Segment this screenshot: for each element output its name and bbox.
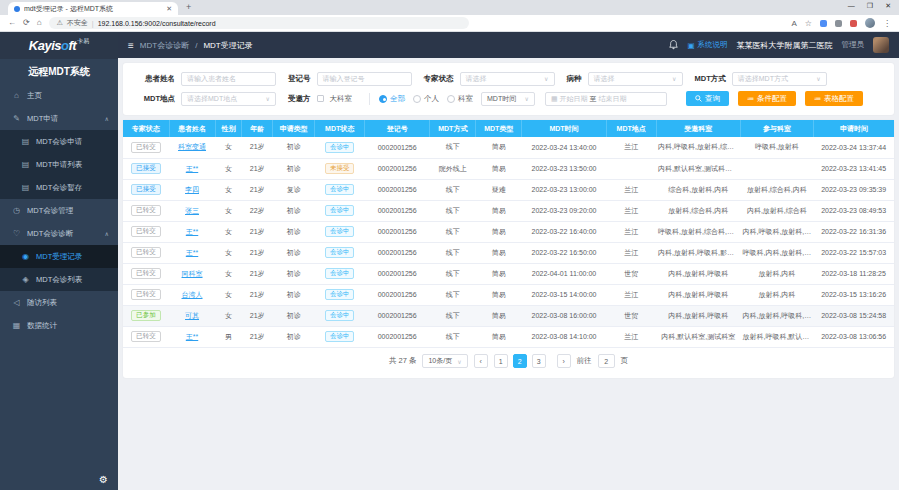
reg-no-cell: 0002001256	[365, 263, 430, 284]
read-aloud-icon[interactable]: A	[791, 19, 796, 28]
patient-name-link[interactable]: 台湾人	[182, 291, 203, 298]
doc-icon: ▣	[687, 41, 694, 50]
apply-type-cell: 初诊	[273, 263, 315, 284]
window-close-button[interactable]: ✕	[885, 2, 891, 10]
date-range-picker[interactable]: ▦ 开始日期 至 结束日期	[545, 92, 667, 106]
table-row: 已转交王**女21岁初诊会诊中0002001256线下简易2022-03-22 …	[123, 221, 894, 242]
patient-name-link[interactable]: 可其	[185, 312, 199, 319]
chevron-up-icon: ∧	[105, 230, 109, 237]
apply-type-cell: 复诊	[273, 179, 315, 200]
system-help-link[interactable]: ▣ 系统说明	[687, 40, 727, 50]
chevron-down-icon: ∨	[266, 95, 270, 102]
date-start-placeholder: 开始日期	[560, 94, 588, 104]
mdt-mode-cell: 线下	[430, 137, 476, 158]
mdt-type-cell: 简易	[476, 137, 522, 158]
patient-name-link[interactable]: 王**	[186, 165, 198, 172]
apply-type-cell: 初诊	[273, 284, 315, 305]
home-nav-icon[interactable]: ⌂	[37, 19, 42, 27]
browser-menu-icon[interactable]: ⋮	[883, 19, 891, 28]
joined-cell: 内科,放射科,呼吸科,测试科室	[740, 305, 813, 326]
column-header: 参与科室	[740, 120, 813, 137]
next-page-button[interactable]: ›	[557, 354, 571, 368]
bell-icon[interactable]	[669, 40, 678, 50]
radio-dept[interactable]: 科室	[447, 94, 473, 104]
reg-no-input[interactable]: 请输入登记号	[317, 72, 412, 86]
sex-cell: 女	[215, 305, 242, 326]
patient-name-link[interactable]: 同科室	[182, 270, 203, 277]
search-button[interactable]: 查询	[686, 91, 729, 106]
sidebar-item-mdt-manage[interactable]: ◷ MDT会诊管理	[0, 199, 118, 222]
jump-page-input[interactable]: 2	[598, 354, 615, 368]
patient-name-link[interactable]: 王**	[186, 333, 198, 340]
browser-tab-strip: mdt受理记录 - 远程MDT系统 ✕ + — ❐ ✕	[0, 0, 899, 15]
page-number-button[interactable]: 2	[513, 354, 527, 368]
sidebar-item-mdt-consult-list[interactable]: ◈ MDT会诊列表	[0, 268, 118, 291]
age-cell: 21岁	[242, 221, 273, 242]
window-minimize-button[interactable]: —	[848, 2, 855, 10]
mdt-time-cell: 2022-03-22 16:40:00	[522, 221, 606, 242]
patient-name-link[interactable]: 王**	[186, 249, 198, 256]
tab-close-icon[interactable]: ✕	[166, 5, 172, 13]
page-size-select[interactable]: 10条/页∨	[422, 354, 467, 368]
sidebar-item-mdt-apply-list[interactable]: ▤ MDT申请列表	[0, 153, 118, 176]
mdt-mode-cell: 院外线上	[430, 158, 476, 179]
expert-status-select[interactable]: 请选择∨	[460, 72, 555, 86]
sidebar-item-followup-list[interactable]: ◁ 随访列表	[0, 291, 118, 314]
favorite-star-icon[interactable]: ☆	[805, 19, 812, 28]
radio-all[interactable]: 全部	[379, 94, 405, 104]
table-row: 已接受王**女21岁初诊未接受0002001256院外线上简易2022-03-2…	[123, 158, 894, 179]
extension-icon[interactable]	[820, 20, 827, 27]
sidebar-item-mdt-accept-record[interactable]: ◉ MDT受理记录	[0, 245, 118, 268]
sidebar-item-mdt-consult-apply[interactable]: ▤ MDT会诊申请	[0, 130, 118, 153]
sidebar-item-mdt-consult-draft[interactable]: ▤ MDT会诊暂存	[0, 176, 118, 199]
age-cell: 21岁	[242, 284, 273, 305]
back-icon[interactable]: ←	[8, 19, 16, 27]
age-cell: 21岁	[242, 179, 273, 200]
patient-name-link[interactable]: 张三	[185, 207, 199, 214]
mdt-mode-cell: 线下	[430, 284, 476, 305]
prev-page-button[interactable]: ‹	[474, 354, 488, 368]
apply-time-cell: 2022-03-15 13:16:26	[813, 284, 894, 305]
page-number-button[interactable]: 3	[532, 354, 546, 368]
expert-status-badge: 已转交	[131, 226, 161, 238]
patient-name-link[interactable]: 李四	[185, 186, 199, 193]
mdt-type-cell: 简易	[476, 326, 522, 347]
patient-name-link[interactable]: 科室变通	[178, 143, 206, 150]
insecure-warning-icon: ⚠	[57, 19, 63, 27]
sidebar-group-mdt-diagnosis[interactable]: ♡ MDT会诊诊断 ∧	[0, 222, 118, 245]
time-type-select[interactable]: MDT时间∨	[481, 92, 535, 106]
extension-icon[interactable]	[835, 20, 842, 27]
sidebar-item-home[interactable]: ⌂ 主页	[0, 84, 118, 107]
page-number-button[interactable]: 1	[494, 354, 508, 368]
extension-icon[interactable]	[850, 20, 857, 27]
mdt-place-label: MDT地点	[131, 94, 175, 104]
table-row: 已转交台湾人女21岁初诊会诊中0002001256线下简易2022-03-15 …	[123, 284, 894, 305]
url-field[interactable]: ⚠ 不安全 | 192.168.0.156:9002/consultate/re…	[49, 17, 469, 29]
mdt-place-cell: 兰江	[606, 221, 656, 242]
mdt-mode-select[interactable]: 请选择MDT方式∨	[732, 72, 827, 86]
user-avatar[interactable]	[873, 37, 889, 53]
apply-type-cell: 初诊	[273, 137, 315, 158]
sidebar-group-mdt-apply[interactable]: ✎ MDT申请 ∧	[0, 107, 118, 130]
patient-name-input[interactable]: 请输入患者姓名	[181, 72, 276, 86]
sidebar-fold-icon[interactable]: ≡	[128, 40, 134, 51]
big-dept-checkbox[interactable]: 大科室	[317, 94, 353, 104]
doc-list-icon: ▤	[21, 137, 30, 146]
condition-config-button[interactable]: ≔ 条件配置	[738, 91, 796, 106]
reload-icon[interactable]: ⟳	[23, 19, 30, 27]
browser-tab[interactable]: mdt受理记录 - 远程MDT系统 ✕	[8, 2, 178, 15]
mdt-place-select[interactable]: 请选择MDT地点∨	[181, 92, 276, 106]
reg-no-cell: 0002001256	[365, 200, 430, 221]
browser-profile-avatar[interactable]	[865, 18, 875, 28]
window-maximize-button[interactable]: ❐	[867, 2, 873, 10]
sidebar-item-statistics[interactable]: ▦ 数据统计	[0, 314, 118, 337]
settings-gear-icon[interactable]: ⚙	[99, 474, 108, 485]
table-config-button[interactable]: ≔ 表格配置	[805, 91, 863, 106]
reg-no-cell: 0002001256	[365, 179, 430, 200]
disease-select[interactable]: 请选择∨	[588, 72, 683, 86]
radio-personal[interactable]: 个人	[413, 94, 439, 104]
date-separator: 至	[590, 94, 597, 104]
new-tab-button[interactable]: +	[186, 3, 191, 12]
patient-name-link[interactable]: 王**	[186, 228, 198, 235]
joined-cell: 呼吸科,放射科	[740, 137, 813, 158]
